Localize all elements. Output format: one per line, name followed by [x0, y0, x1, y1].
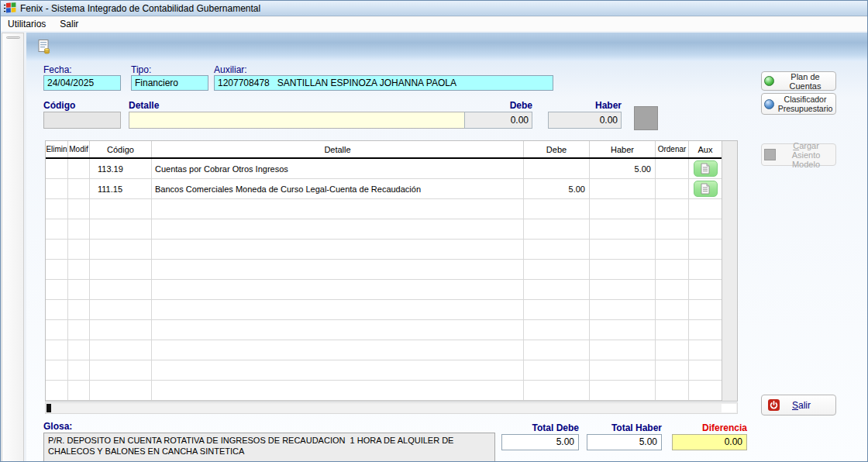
table-row[interactable]: [46, 320, 722, 340]
col-header-detalle: Detalle: [152, 141, 524, 157]
window-title: Fenix - Sistema Integrado de Contabilida…: [20, 3, 260, 14]
cell-detalle: [152, 320, 524, 340]
cell-codigo: [90, 240, 152, 260]
cell-aux: [689, 300, 722, 320]
cell-codigo: [90, 280, 152, 300]
menu-salir[interactable]: Salir: [53, 17, 85, 31]
cell-aux: [689, 280, 722, 300]
table-row[interactable]: 111.15 Bancos Comerciales Moneda de Curs…: [46, 179, 722, 199]
fecha-input[interactable]: 24/04/2025: [43, 75, 121, 91]
debe-input[interactable]: 0.00: [464, 112, 532, 129]
cargar-asiento-label: Cargar Asiento Modelo: [779, 141, 833, 169]
cell-haber: [590, 219, 656, 240]
total-debe-value: 5.00: [501, 434, 579, 450]
cell-detalle: [152, 199, 524, 219]
cell-debe: [524, 199, 590, 219]
glosa-label: Glosa:: [43, 421, 72, 432]
cargar-asiento-modelo-button[interactable]: Cargar Asiento Modelo: [761, 143, 836, 166]
cell-codigo: [90, 360, 152, 381]
cell-debe: [524, 240, 590, 260]
table-row[interactable]: [46, 360, 722, 381]
cell-ordenar: [656, 260, 689, 280]
cell-detalle: [152, 300, 524, 320]
debe-label: Debe: [464, 100, 532, 111]
cell-ordenar: [656, 340, 689, 360]
col-header-haber: Haber: [590, 141, 656, 157]
col-header-elimin: Elimin: [46, 141, 68, 157]
cell-aux: [689, 320, 722, 340]
col-header-aux: Aux: [689, 141, 722, 157]
cell-ordenar: [656, 199, 689, 219]
cell-codigo: [90, 199, 152, 219]
table-row[interactable]: [46, 340, 722, 360]
salir-button[interactable]: Salir: [761, 395, 836, 415]
cell-codigo: [90, 381, 152, 401]
cell-elimin: [46, 199, 68, 219]
clasificador-presupuestario-button[interactable]: Clasificador Presupuestario: [761, 93, 836, 115]
table-row[interactable]: [46, 300, 722, 320]
menu-bar: Utilitarios Salir: [1, 17, 868, 31]
status-square-button[interactable]: [634, 106, 658, 130]
detalle-input[interactable]: [129, 112, 466, 129]
table-row[interactable]: [46, 199, 722, 219]
cell-codigo: [90, 340, 152, 360]
haber-input[interactable]: 0.00: [548, 112, 622, 129]
codigo-input[interactable]: [43, 112, 121, 129]
cell-haber: [590, 300, 656, 320]
cell-ordenar: [656, 159, 689, 179]
cell-aux: [689, 381, 722, 401]
salir-label: Salir: [792, 401, 811, 410]
cell-debe: [524, 340, 590, 360]
tipo-input[interactable]: Financiero: [131, 75, 208, 91]
table-horizontal-scrollbar[interactable]: [45, 402, 738, 414]
menu-utilitarios[interactable]: Utilitarios: [1, 17, 53, 31]
cell-codigo: 111.15: [90, 179, 152, 199]
table-vertical-scrollbar[interactable]: [722, 141, 737, 401]
entries-table-header: Elimin Modif Código Detalle Debe Haber O…: [46, 141, 722, 159]
diferencia-value: 0.00: [672, 434, 747, 450]
entries-table: Elimin Modif Código Detalle Debe Haber O…: [45, 140, 738, 402]
cell-codigo: [90, 320, 152, 340]
new-voucher-icon[interactable]: [36, 39, 53, 55]
cell-ordenar: [656, 219, 689, 240]
cell-haber: [590, 179, 656, 199]
plan-de-cuentas-button[interactable]: Plan de Cuentas: [761, 71, 836, 91]
auxiliar-input[interactable]: 1207708478 SANTILLAN ESPINOZA JOHANNA PA…: [214, 75, 553, 91]
cell-ordenar: [656, 381, 689, 401]
fecha-label: Fecha:: [43, 64, 72, 75]
detalle-label: Detalle: [129, 100, 159, 111]
hscroll-thumb[interactable]: [46, 404, 51, 412]
table-row[interactable]: [46, 219, 722, 240]
cell-modif: [68, 360, 90, 381]
cell-elimin: [46, 340, 68, 360]
table-row[interactable]: 113.19 Cuentas por Cobrar Otros Ingresos…: [46, 159, 722, 179]
plan-de-cuentas-label: Plan de Cuentas: [777, 72, 833, 91]
cell-elimin: [46, 219, 68, 240]
cell-ordenar: [656, 240, 689, 260]
cell-haber: [590, 240, 656, 260]
cell-detalle: Bancos Comerciales Moneda de Curso Legal…: [152, 179, 524, 199]
entry-form-panel: Fecha: 24/04/2025 Tipo: Financiero Auxil…: [26, 61, 868, 462]
col-header-codigo: Código: [90, 141, 152, 157]
main-area: Fecha: 24/04/2025 Tipo: Financiero Auxil…: [26, 33, 868, 462]
table-row[interactable]: [46, 280, 722, 300]
left-collapsed-panel[interactable]: [2, 33, 24, 462]
entries-table-body: 113.19 Cuentas por Cobrar Otros Ingresos…: [46, 159, 722, 401]
cell-debe: 5.00: [524, 179, 590, 199]
cell-debe: [524, 320, 590, 340]
table-row[interactable]: [46, 260, 722, 280]
aux-button[interactable]: [694, 181, 718, 197]
cell-modif: [68, 159, 90, 179]
cell-modif: [68, 340, 90, 360]
cell-modif: [68, 179, 90, 199]
title-bar: Fenix - Sistema Integrado de Contabilida…: [1, 1, 868, 16]
table-row[interactable]: [46, 381, 722, 401]
aux-button[interactable]: [694, 160, 718, 177]
cell-modif: [68, 219, 90, 240]
cell-modif: [68, 300, 90, 320]
cell-detalle: Cuentas por Cobrar Otros Ingresos: [152, 159, 524, 179]
table-row[interactable]: [46, 240, 722, 260]
glosa-input[interactable]: P/R. DEPOSITO EN CUENTA ROTATIVA DE INGR…: [43, 433, 495, 462]
panel-grip-handle[interactable]: [6, 36, 20, 39]
cell-debe: [524, 360, 590, 381]
